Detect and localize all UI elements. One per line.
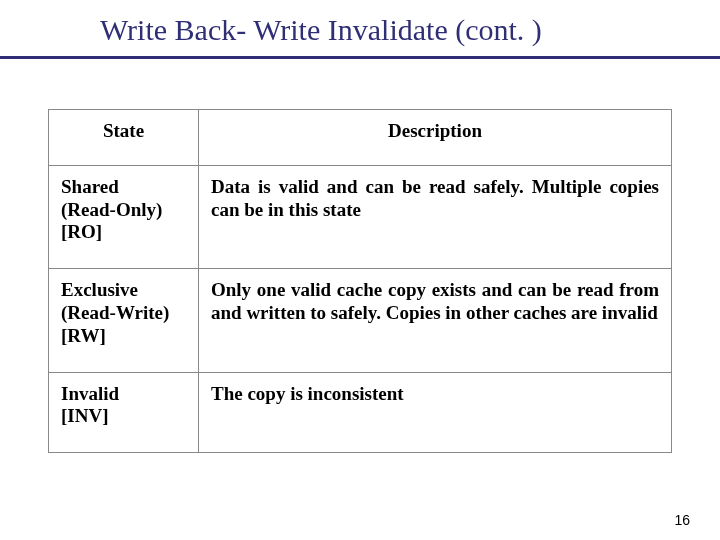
cell-desc: Only one valid cache copy exists and can… [199,269,672,372]
title-underline [0,56,720,59]
table-header-row: State Description [49,110,672,166]
table-row: Exclusive(Read-Write)[RW] Only one valid… [49,269,672,372]
header-state: State [49,110,199,166]
table-row: Shared(Read-Only)[RO] Data is valid and … [49,165,672,268]
page-number: 16 [674,512,690,528]
cell-desc: Data is valid and can be read safely. Mu… [199,165,672,268]
cell-state: Invalid[INV] [49,372,199,453]
cell-desc: The copy is inconsistent [199,372,672,453]
table-row: Invalid[INV] The copy is inconsistent [49,372,672,453]
state-table: State Description Shared(Read-Only)[RO] … [48,109,672,453]
cell-state: Shared(Read-Only)[RO] [49,165,199,268]
slide: Write Back- Write Invalidate (cont. ) St… [0,0,720,540]
cell-state: Exclusive(Read-Write)[RW] [49,269,199,372]
page-title: Write Back- Write Invalidate (cont. ) [30,12,690,54]
table-wrap: State Description Shared(Read-Only)[RO] … [30,109,690,453]
header-desc: Description [199,110,672,166]
